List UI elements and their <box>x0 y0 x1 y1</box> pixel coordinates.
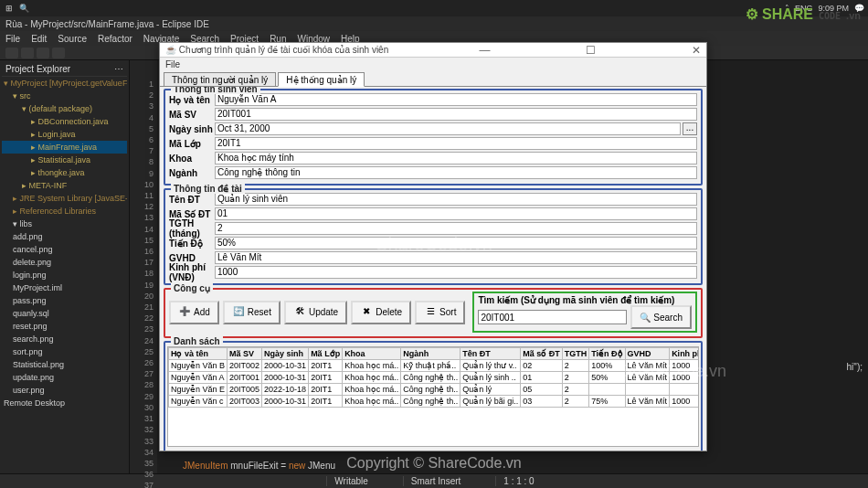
table-row[interactable]: Nguyễn Văn c20IT0032000-10-3120IT1Khoa h… <box>169 396 700 408</box>
table-cell: 20IT005 <box>228 384 262 396</box>
explorer-menu-icon[interactable]: ⋯ <box>114 64 123 74</box>
tree-node[interactable]: delete.png <box>2 256 127 269</box>
field-input[interactable]: Khoa học máy tính <box>215 152 697 164</box>
tree-node[interactable]: sort.png <box>2 345 127 358</box>
tree-node[interactable]: ▾ src <box>2 90 127 102</box>
field-label: Tiến Độ <box>169 239 215 249</box>
minimize-icon[interactable]: — <box>479 44 490 57</box>
tab-0[interactable]: Thông tin người quản lý <box>164 72 276 86</box>
field-input[interactable]: 20IT001 <box>215 108 697 121</box>
update-button[interactable]: 🛠Update <box>284 301 347 324</box>
col-header[interactable]: Kinh phí <box>670 348 699 360</box>
table-row[interactable]: Nguyễn Văn E20IT0052022-10-1820IT1Khoa h… <box>169 384 700 396</box>
tree-node[interactable]: update.png <box>2 371 127 384</box>
tree-node[interactable]: ▾ libs <box>2 217 127 230</box>
tree-node[interactable]: add.png <box>2 230 127 243</box>
menu-refactor[interactable]: Refactor <box>98 34 132 44</box>
col-header[interactable]: TGTH <box>562 348 589 360</box>
field-input[interactable]: Nguyễn Văn A <box>215 93 697 106</box>
add-button[interactable]: ➕Add <box>169 301 219 324</box>
field-input[interactable]: Lê Văn Mít <box>215 251 697 264</box>
table-cell: 2000-10-31 <box>262 360 309 372</box>
tree-node[interactable]: ▸ DBConnection.java <box>2 115 127 128</box>
table-cell <box>670 384 699 396</box>
field-input[interactable]: 1000 <box>215 266 697 279</box>
tool-run-icon[interactable] <box>37 48 49 58</box>
col-header[interactable]: Tên ĐT <box>460 348 521 360</box>
tree-node[interactable]: cancel.png <box>2 243 127 256</box>
date-picker-button[interactable]: ... <box>683 122 697 135</box>
table-cell: Công nghệ th.. <box>401 384 460 396</box>
table-cell: Công nghệ th.. <box>401 372 460 384</box>
tree-node[interactable]: search.png <box>2 333 127 345</box>
project-explorer-panel: Project Explorer ⋯ ▾ MyProject [MyProjec… <box>0 60 130 473</box>
tool-save-icon[interactable] <box>21 48 34 58</box>
col-header[interactable]: Ngày sinh <box>262 348 309 360</box>
tree-node[interactable]: Remote Desktop <box>2 397 127 409</box>
field-input[interactable]: 2 <box>215 222 697 235</box>
tree-node[interactable]: user.png <box>2 384 127 397</box>
table-row[interactable]: Nguyễn Văn A20IT0012000-10-3120IT1Khoa h… <box>169 372 700 384</box>
tree-node[interactable]: ▾ (default package) <box>2 102 127 115</box>
tree-node[interactable]: reset.png <box>2 320 127 333</box>
line-number: 31 <box>130 413 153 424</box>
tree-node[interactable]: ▸ MainFrame.java <box>2 141 127 154</box>
close-icon[interactable]: ✕ <box>692 44 701 57</box>
field-input[interactable]: Oct 31, 2000 <box>215 122 681 135</box>
delete-button[interactable]: ✖Delete <box>351 301 411 324</box>
tree-node[interactable]: Statistical.png <box>2 358 127 371</box>
field-input[interactable]: 01 <box>215 207 697 220</box>
col-header[interactable]: Ngành <box>401 348 460 360</box>
field-input[interactable]: Quản lý sinh viên <box>215 193 697 206</box>
search-input[interactable] <box>478 310 627 324</box>
sort-button[interactable]: ☰Sort <box>415 301 465 324</box>
field-input[interactable]: 20IT1 <box>215 137 697 150</box>
col-header[interactable]: Khoa <box>343 348 401 360</box>
col-header[interactable]: GVHD <box>625 348 670 360</box>
tree-node[interactable]: ▸ Login.java <box>2 128 127 141</box>
table-cell: 2 <box>562 384 589 396</box>
field-input[interactable]: Công nghệ thông tin <box>215 166 697 179</box>
search-button[interactable]: 🔍 Search <box>630 305 692 329</box>
line-number: 15 <box>130 235 153 246</box>
tree-node[interactable]: login.png <box>2 269 127 281</box>
tab-1[interactable]: Hệ thống quản lý <box>278 72 365 87</box>
col-header[interactable]: Mã Lớp <box>309 348 343 360</box>
col-header[interactable]: Họ và tên <box>169 348 228 360</box>
tree-node[interactable]: quanly.sql <box>2 307 127 320</box>
tree-node[interactable]: ▸ JRE System Library [JavaSE-15] <box>2 192 127 205</box>
table-cell: Quản lý sinh .. <box>460 372 521 384</box>
tree-node[interactable]: ▸ thongke.java <box>2 166 127 179</box>
menu-source[interactable]: Source <box>58 34 87 44</box>
project-tree[interactable]: ▾ MyProject [MyProject.getValueFro▾ src▾… <box>2 77 127 409</box>
tree-node[interactable]: ▸ Referenced Libraries <box>2 205 127 217</box>
line-number: 33 <box>130 436 153 447</box>
search-icon[interactable]: 🔍 <box>18 3 29 14</box>
windows-start-icon[interactable]: ⊞ <box>4 3 15 14</box>
table-cell: 2 <box>562 396 589 408</box>
reset-button[interactable]: 🔄Reset <box>223 301 281 324</box>
tree-node[interactable]: MyProject.iml <box>2 281 127 294</box>
table-cell: 2000-10-31 <box>262 372 309 384</box>
line-number: 14 <box>130 224 153 235</box>
tree-node[interactable]: ▸ META-INF <box>2 179 127 192</box>
menu-file[interactable]: File <box>5 34 20 44</box>
tool-new-icon[interactable] <box>5 48 18 58</box>
tree-node[interactable]: pass.png <box>2 294 127 307</box>
col-header[interactable]: Tiến Độ <box>589 348 625 360</box>
col-header[interactable]: Mã SV <box>228 348 262 360</box>
table-cell: 03 <box>521 396 563 408</box>
table-cell: 20IT003 <box>228 396 262 408</box>
col-header[interactable]: Mã số ĐT <box>521 348 563 360</box>
tree-node[interactable]: ▸ Statistical.java <box>2 154 127 166</box>
file-menu[interactable]: File <box>165 59 180 69</box>
tab-bar[interactable]: Thông tin người quản lýHệ thống quản lý <box>160 70 706 87</box>
data-table[interactable]: Họ và tênMã SVNgày sinhMã LớpKhoaNgànhTê… <box>168 347 699 408</box>
tree-node[interactable]: ▾ MyProject [MyProject.getValueFro <box>2 77 127 90</box>
field-input[interactable]: 50% <box>215 237 697 249</box>
table-row[interactable]: Nguyễn Văn B20IT0022000-10-3120IT1Khoa h… <box>169 360 700 372</box>
menu-edit[interactable]: Edit <box>31 34 47 44</box>
tool-debug-icon[interactable] <box>52 48 65 58</box>
maximize-icon[interactable]: ☐ <box>586 44 596 57</box>
dialog-menubar[interactable]: File <box>160 58 706 70</box>
